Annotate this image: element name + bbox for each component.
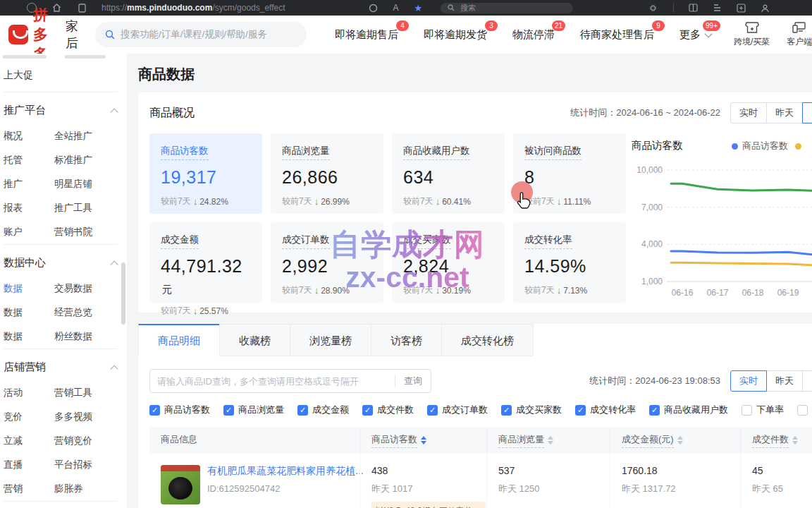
promo-tag[interactable]: 以¥0.5~49.0报名同款竞价 bbox=[371, 502, 486, 508]
sidebar-item[interactable]: 营销竞价 bbox=[54, 435, 92, 447]
sort-icon[interactable] bbox=[548, 436, 553, 445]
sidebar-item[interactable]: 直播 bbox=[4, 459, 54, 471]
read-aloud-icon[interactable]: A bbox=[393, 3, 399, 13]
profile-icon[interactable] bbox=[761, 4, 770, 13]
extensions-icon[interactable] bbox=[649, 4, 658, 13]
column-header[interactable]: 商品访客数 bbox=[359, 427, 486, 454]
nav-item[interactable]: 更多99+ bbox=[679, 28, 710, 42]
metric-checkbox[interactable]: 下单率 bbox=[742, 404, 784, 416]
nav-item[interactable]: 即将逾期发货3 bbox=[424, 28, 487, 42]
sidebar-scrollbar[interactable] bbox=[121, 262, 125, 325]
sidebar-item[interactable]: 全站推广 bbox=[54, 130, 92, 143]
favorites-list-icon[interactable] bbox=[713, 4, 722, 12]
checkbox-checked-icon[interactable]: ✓ bbox=[649, 405, 660, 416]
stat-card[interactable]: 商品访客数19,317较前7天↓24.82% bbox=[149, 133, 262, 214]
sort-icon[interactable] bbox=[792, 436, 798, 445]
tab-访客榜[interactable]: 访客榜 bbox=[371, 324, 442, 356]
range-button[interactable]: 昨天 bbox=[766, 370, 803, 392]
tab-浏览量榜[interactable]: 浏览量榜 bbox=[290, 324, 371, 356]
range-button[interactable]: 7天 bbox=[802, 370, 812, 392]
column-header[interactable]: 成交金额(元) bbox=[610, 427, 740, 454]
range-button[interactable]: 昨天 bbox=[766, 102, 803, 123]
sidebar-item[interactable]: 粉丝数据 bbox=[54, 330, 92, 343]
address-bar[interactable]: https://mms.pinduoduo.com/sycm/goods_eff… bbox=[102, 3, 285, 13]
product-title-link[interactable]: 有机肥瓜果蔬菜花肥料家用养花植... bbox=[207, 465, 364, 478]
sidebar-item-promo[interactable]: 上大促 bbox=[4, 64, 127, 92]
metric-checkbox[interactable]: ✓成交金额 bbox=[297, 404, 349, 416]
legend-item[interactable]: 商品访客数 bbox=[732, 140, 788, 152]
browser-mode-icon[interactable] bbox=[369, 4, 378, 13]
sidebar-item[interactable]: 膨胀券 bbox=[54, 483, 83, 495]
sidebar-item[interactable]: 交易数据 bbox=[54, 282, 92, 295]
stat-card[interactable]: 成交订单数2,992较前7天↓28.90% bbox=[271, 222, 383, 303]
metric-checkbox[interactable]: ✓商品浏览量 bbox=[223, 404, 284, 416]
sidebar-section-header[interactable]: 店铺营销 bbox=[4, 349, 127, 381]
metric-checkbox[interactable]: ✓商品收藏用户数 bbox=[649, 404, 728, 416]
sidebar-item[interactable]: 明星店铺 bbox=[54, 178, 92, 190]
nav-item[interactable]: 待商家处理售后9 bbox=[580, 28, 654, 42]
collections-add-icon[interactable] bbox=[737, 4, 746, 13]
stat-card[interactable]: 成交金额44,791.32元较前7天↓25.57% bbox=[149, 222, 262, 303]
split-screen-icon[interactable] bbox=[689, 4, 698, 12]
sidebar-section-header[interactable]: 账户资金 bbox=[4, 502, 127, 508]
sidebar-item[interactable]: 立减 bbox=[4, 435, 54, 447]
metric-checkbox[interactable]: ✓成交件数 bbox=[362, 404, 414, 416]
home-icon[interactable] bbox=[52, 4, 61, 12]
sidebar-item[interactable]: 数据 bbox=[4, 306, 54, 319]
pinduoduo-logo-icon[interactable] bbox=[8, 25, 28, 44]
sidebar-item[interactable]: 概况 bbox=[4, 130, 54, 143]
sort-icon[interactable] bbox=[421, 436, 426, 445]
sidebar-item[interactable]: 活动 bbox=[4, 387, 54, 399]
tab-商品明细[interactable]: 商品明细 bbox=[138, 324, 220, 356]
header-icon-item[interactable]: 客户端 bbox=[787, 21, 812, 48]
stat-card[interactable]: 成交买家数2,824较前7天↓30.19% bbox=[392, 222, 505, 303]
sidebar-item[interactable]: 数据 bbox=[4, 282, 54, 295]
checkbox-checked-icon[interactable]: ✓ bbox=[223, 405, 234, 416]
sidebar-item[interactable]: 数据 bbox=[4, 330, 54, 343]
nav-item[interactable]: 物流停滞21 bbox=[512, 28, 555, 42]
range-button[interactable]: 7天 bbox=[802, 102, 812, 123]
sidebar-item[interactable]: 竞价 bbox=[4, 411, 54, 423]
sidebar-item[interactable]: 平台招标 bbox=[54, 459, 92, 471]
tab-收藏榜[interactable]: 收藏榜 bbox=[219, 324, 290, 356]
sidebar-item[interactable]: 经营总览 bbox=[54, 306, 92, 319]
checkbox-icon[interactable] bbox=[742, 405, 752, 416]
checkbox-checked-icon[interactable]: ✓ bbox=[149, 405, 160, 416]
checkbox-checked-icon[interactable]: ✓ bbox=[501, 405, 512, 416]
goods-id-input[interactable] bbox=[150, 376, 395, 387]
sidebar-item[interactable]: 营销 bbox=[4, 483, 54, 495]
metric-checkbox[interactable]: ✓成交订单数 bbox=[427, 404, 488, 416]
sidebar-item[interactable]: 多多视频 bbox=[54, 411, 92, 423]
sort-icon[interactable] bbox=[677, 436, 683, 445]
sidebar-section-header[interactable]: 推广平台 bbox=[4, 92, 127, 124]
query-button[interactable]: 查询 bbox=[395, 375, 431, 387]
column-header[interactable]: 商品浏览量 bbox=[486, 427, 610, 454]
metric-checkbox[interactable]: ✓成交转化率 bbox=[575, 404, 636, 416]
sidebar-item[interactable]: 营销书院 bbox=[54, 226, 92, 238]
stat-card[interactable]: 成交转化率14.59%较前7天↓7.13% bbox=[513, 222, 626, 303]
stat-card[interactable]: 商品收藏用户数634较前7天↓60.41% bbox=[392, 133, 505, 214]
checkbox-icon[interactable] bbox=[797, 405, 808, 416]
legend-item[interactable] bbox=[795, 143, 806, 150]
column-header[interactable]: 成交件数 bbox=[740, 427, 812, 454]
sidebar-item[interactable]: 推广工具 bbox=[54, 202, 92, 214]
sidebar-item[interactable]: 营销工具 bbox=[54, 387, 92, 399]
sidebar-section-header[interactable]: 数据中心 bbox=[4, 245, 127, 277]
checkbox-checked-icon[interactable]: ✓ bbox=[575, 405, 586, 416]
stat-card[interactable]: 商品浏览量26,866较前7天↓26.99% bbox=[271, 133, 383, 214]
tab-page-icon[interactable] bbox=[78, 4, 86, 13]
range-button[interactable]: 实时 bbox=[730, 370, 767, 392]
sidebar-item[interactable]: 账户 bbox=[4, 226, 54, 238]
checkbox-checked-icon[interactable]: ✓ bbox=[427, 405, 438, 416]
tab-成交转化榜[interactable]: 成交转化榜 bbox=[441, 324, 534, 356]
sidebar-item[interactable]: 报表 bbox=[4, 202, 54, 214]
sidebar-item[interactable]: 推广 bbox=[4, 178, 54, 190]
browser-search-box[interactable]: 搜索 bbox=[441, 3, 573, 13]
metric-checkbox[interactable]: ✓商品访客数 bbox=[149, 404, 210, 416]
sidebar-item[interactable]: 托管 bbox=[4, 154, 54, 167]
checkbox-checked-icon[interactable]: ✓ bbox=[362, 405, 373, 416]
bookmark-star-icon[interactable]: ★ bbox=[414, 3, 423, 13]
header-icon-item[interactable]: 跨境/买菜 bbox=[734, 21, 770, 48]
metric-checkbox[interactable]: 成交率 bbox=[797, 404, 812, 416]
admin-search-box[interactable]: 搜索功能/订单/课程/规则/帮助/服务 bbox=[95, 22, 307, 47]
